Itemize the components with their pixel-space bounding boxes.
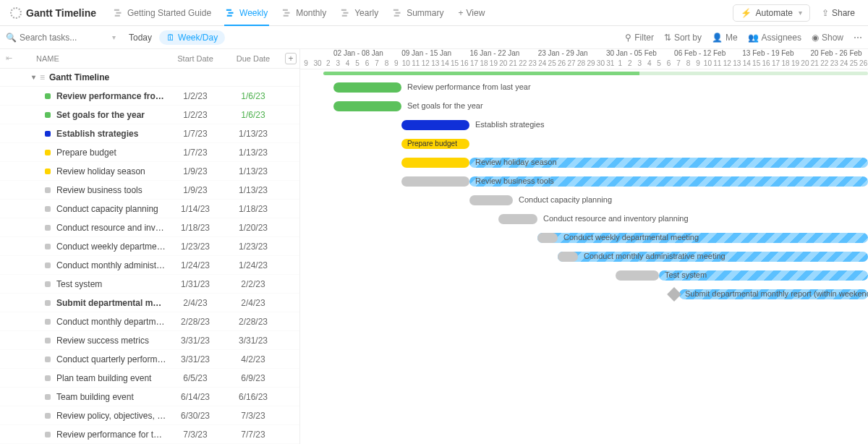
status-dot [45, 357, 51, 362]
day-label: 23 [528, 59, 537, 69]
task-row[interactable]: Conduct quarterly performance m...3/31/2… [0, 350, 299, 369]
task-row[interactable]: Conduct capacity planning1/14/231/18/23 [0, 200, 299, 218]
caret-down-icon[interactable]: ▾ [32, 73, 35, 81]
eye-icon: ◉ [812, 33, 819, 43]
task-row[interactable]: Conduct resource and inventory pl...1/18… [0, 218, 299, 237]
group-row[interactable]: ▾ ≡ Gantt Timeline [0, 69, 299, 87]
gantt-row: Review performance from last year [300, 78, 868, 97]
task-start: 1/7/23 [166, 148, 224, 158]
view-mode-pill[interactable]: 🗓 Week/Day [159, 30, 225, 45]
gantt-bar[interactable] [401, 120, 469, 130]
day-label: 27 [566, 59, 576, 69]
day-label: 14 [741, 59, 751, 69]
svg-rect-1 [116, 12, 121, 13]
share-button[interactable]: ⇪ Share [814, 5, 862, 21]
svg-rect-9 [341, 9, 346, 10]
automate-button[interactable]: ⚡ Automate ▾ [733, 4, 810, 22]
task-start: 3/31/23 [166, 336, 224, 346]
task-row[interactable]: Submit departmental monthly re...2/4/232… [0, 294, 299, 312]
task-name: Review policy, objectives, and busi... [56, 411, 166, 421]
show-button[interactable]: ◉Show [812, 33, 843, 43]
gantt-row [300, 304, 868, 323]
gantt-row [300, 398, 868, 417]
week-label: 06 Feb - 12 Feb [674, 49, 742, 59]
today-button[interactable]: Today [122, 33, 159, 43]
task-name: Conduct weekly departmental me... [56, 242, 166, 252]
bar-label: Establish strategies [475, 120, 544, 129]
tab-monthly[interactable]: Monthly [275, 0, 333, 26]
task-due: 3/31/23 [224, 336, 282, 346]
day-label: 5 [654, 59, 663, 69]
day-label: 10 [401, 59, 411, 69]
task-start: 1/7/23 [166, 129, 224, 139]
filterbar: 🔍 ▾ Today 🗓 Week/Day ⚲Filter ⇅Sort by 👤M… [0, 26, 868, 49]
tab-getting-started-guide[interactable]: Getting Started Guide [106, 0, 218, 26]
search-input[interactable] [20, 33, 106, 43]
week-label: 30 Jan - 05 Feb [606, 49, 674, 59]
task-row[interactable]: Review business tools1/9/231/13/23 [0, 181, 299, 200]
status-dot [45, 394, 51, 400]
task-row[interactable]: Review success metrics3/31/233/31/23 [0, 331, 299, 350]
col-start[interactable]: Start Date [166, 54, 224, 63]
svg-rect-14 [394, 14, 399, 16]
add-view-button[interactable]: + View [451, 0, 492, 26]
day-label: 26 [557, 59, 566, 69]
gantt-bar[interactable] [333, 82, 401, 93]
task-row[interactable]: Plan team building event6/5/236/9/23 [0, 369, 299, 388]
task-name: Set goals for the year [56, 110, 166, 120]
day-label: 15 [752, 59, 761, 69]
more-button[interactable]: ⋯ [854, 33, 862, 43]
status-dot [45, 338, 51, 343]
assignees-button[interactable]: 👥Assignees [748, 33, 801, 43]
task-row[interactable]: Conduct monthly administrative m...1/24/… [0, 256, 299, 275]
col-due[interactable]: Due Date [224, 54, 282, 63]
day-label: 9 [693, 59, 702, 69]
day-label: 7 [673, 59, 683, 69]
overall-progress [323, 72, 868, 75]
gantt-bar[interactable] [558, 252, 578, 262]
gantt-bar[interactable] [333, 101, 401, 111]
gantt-bar[interactable] [401, 158, 469, 168]
week-label: 02 Jan - 08 Jan [333, 49, 401, 59]
col-name[interactable]: NAME [0, 54, 166, 63]
tab-summary[interactable]: Summary [386, 0, 451, 26]
task-row[interactable]: Test system1/31/232/2/23 [0, 275, 299, 294]
task-due: 7/7/23 [224, 430, 282, 440]
gantt-row [300, 341, 868, 360]
gantt-bar[interactable] [469, 195, 513, 205]
gantt-bar[interactable] [537, 233, 558, 243]
chevron-down-icon[interactable]: ▾ [112, 33, 116, 41]
gantt-icon [114, 8, 124, 18]
task-row[interactable]: Review performance from last year1/2/231… [0, 87, 299, 106]
me-button[interactable]: 👤Me [712, 33, 738, 43]
gantt-row: Conduct monthly administrative meeting [300, 247, 868, 266]
add-column-button[interactable]: + [285, 53, 297, 64]
task-row[interactable]: Review holiday season1/9/231/13/23 [0, 162, 299, 181]
task-row[interactable]: Review performance for the last 6 ...7/3… [0, 425, 299, 444]
task-name: Review success metrics [56, 336, 166, 346]
gantt-bar[interactable] [616, 270, 659, 281]
app-icon [10, 7, 22, 19]
gantt-pane[interactable]: 930 02 Jan - 08 Jan09 Jan - 15 Jan16 Jan… [300, 49, 868, 444]
task-name: Review performance for the last 6 ... [56, 430, 166, 440]
bolt-icon: ⚡ [741, 8, 752, 18]
task-row[interactable]: Team building event6/14/236/16/23 [0, 388, 299, 406]
task-row[interactable]: Prepare budget1/7/231/13/23 [0, 143, 299, 162]
svg-rect-5 [227, 14, 232, 16]
task-row[interactable]: Establish strategies1/7/231/13/23 [0, 124, 299, 143]
sort-button[interactable]: ⇅Sort by [664, 33, 702, 43]
task-row[interactable]: Review policy, objectives, and busi...6/… [0, 406, 299, 425]
day-label: 14 [440, 59, 449, 69]
tab-weekly[interactable]: Weekly [218, 0, 275, 26]
search-wrap[interactable]: 🔍 ▾ [6, 33, 122, 43]
collapse-sidebar-icon[interactable]: ⇤ [6, 54, 16, 64]
gantt-bar[interactable] [498, 214, 537, 224]
filter-button[interactable]: ⚲Filter [625, 33, 654, 43]
bar-label: Review business tools [475, 176, 554, 185]
task-row[interactable]: Conduct weekly departmental me...1/23/23… [0, 237, 299, 256]
milestone-icon[interactable] [667, 287, 681, 302]
tab-yearly[interactable]: Yearly [333, 0, 386, 26]
gantt-bar[interactable] [401, 176, 469, 187]
task-row[interactable]: Set goals for the year1/2/231/6/23 [0, 106, 299, 124]
task-row[interactable]: Conduct monthly departmental m...2/28/23… [0, 312, 299, 331]
